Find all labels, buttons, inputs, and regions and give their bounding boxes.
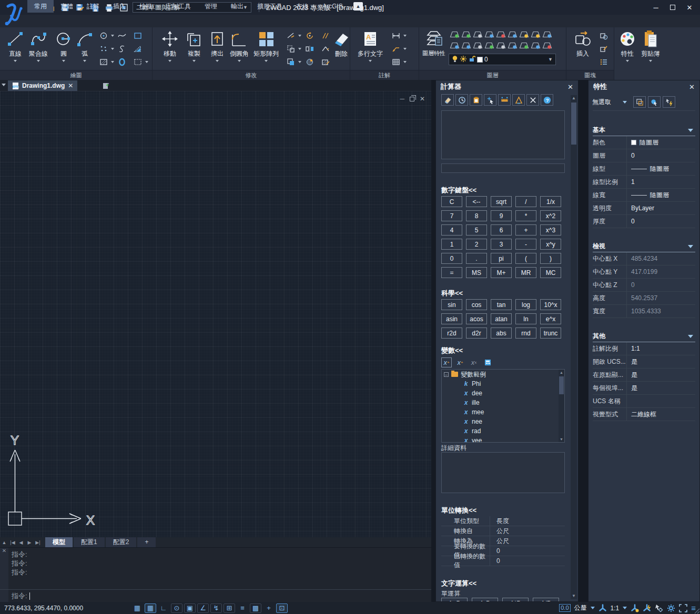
layout-tab-2[interactable]: 配置2 <box>106 537 137 547</box>
measure-angle-icon[interactable] <box>512 94 525 106</box>
grid-display-icon[interactable]: ▦ <box>131 603 143 613</box>
prop-value[interactable]: 隨圖層 <box>626 189 695 201</box>
calc-fn-rnd[interactable]: rnd <box>515 328 536 339</box>
prop-value[interactable]: 是 <box>626 382 695 394</box>
calc-fn-10-x[interactable]: 10^x <box>540 299 561 310</box>
dynamic-input-icon[interactable]: ⊞ <box>224 603 235 613</box>
ribbon-tab-key[interactable]: 管理 <box>198 0 224 13</box>
vp-restore-button[interactable] <box>410 97 414 101</box>
scroll-thumb[interactable] <box>559 376 564 394</box>
layout-tab-key[interactable]: 模型 <box>45 537 73 547</box>
ribbon-tab-key[interactable]: 在線 <box>289 0 316 13</box>
calc-key-key[interactable]: ( <box>515 253 536 264</box>
close-doc-icon[interactable]: ✕ <box>68 82 73 89</box>
move-button[interactable]: 移動 <box>158 29 182 62</box>
calc-input-field[interactable] <box>441 163 565 173</box>
chevron-down-icon[interactable] <box>111 48 114 50</box>
variable-item-ille[interactable]: xille <box>442 398 564 407</box>
calc-key-7[interactable]: 7 <box>441 210 462 221</box>
chevron-down-icon[interactable] <box>168 60 171 62</box>
trim-button[interactable] <box>284 30 301 42</box>
chevron-down-icon[interactable] <box>403 61 407 63</box>
unit-row-value[interactable]: 0 <box>490 556 565 566</box>
prop-value[interactable]: 隨圖層 <box>626 162 695 175</box>
polyline-button[interactable]: 聚合線 <box>26 29 50 62</box>
create-block-button[interactable] <box>597 30 611 42</box>
close-command-icon[interactable]: ✕ <box>2 548 6 554</box>
leader-button[interactable] <box>389 43 407 55</box>
calc-key-ms[interactable]: MS <box>466 267 487 278</box>
calc-fn-sin[interactable]: sin <box>441 299 462 310</box>
chevron-down-icon[interactable] <box>14 60 17 62</box>
layer-lock-icon[interactable] <box>495 29 506 40</box>
eraser-icon[interactable] <box>441 94 454 106</box>
chevron-down-icon[interactable] <box>83 60 86 62</box>
edit-block-button[interactable] <box>597 43 611 55</box>
calc-fn-tan[interactable]: tan <box>491 299 512 310</box>
ribbon-tab-arcgis[interactable]: ArcGIS <box>316 0 350 13</box>
calc-key-4[interactable]: 4 <box>441 224 462 236</box>
prop-value[interactable]: 二維線框 <box>626 408 695 421</box>
annotation-visibility-icon[interactable] <box>631 604 639 612</box>
variable-item-nee[interactable]: xnee <box>442 417 564 426</box>
layer-freeze-viewport-icon[interactable] <box>506 40 518 51</box>
help-icon[interactable]: ? <box>541 94 553 106</box>
ribbon-tab-key[interactable]: 常用 <box>27 0 54 13</box>
measure-distance-icon[interactable] <box>498 94 511 106</box>
object-snap-icon[interactable]: ▣ <box>184 603 196 613</box>
calc-fn-asin[interactable]: asin <box>441 313 462 324</box>
prop-value[interactable] <box>626 395 695 407</box>
calc-op-a-b[interactable]: A-B <box>472 598 498 601</box>
clear-icon[interactable] <box>526 94 539 106</box>
chevron-down-icon[interactable]: ▼ <box>548 57 553 62</box>
unit-row-value[interactable]: 公尺 <box>490 526 565 536</box>
calc-fn-cos[interactable]: cos <box>466 299 487 310</box>
variable-item-dee[interactable]: xdee <box>442 388 564 398</box>
calc-op-a-b[interactable]: A+B <box>441 598 468 601</box>
calc-key-key[interactable]: / <box>515 196 536 207</box>
prop-value[interactable]: 0 <box>626 149 695 162</box>
scroll-down-icon[interactable]: ▼ <box>559 436 564 442</box>
chevron-down-icon[interactable] <box>62 60 65 62</box>
copy-button[interactable]: 複製 <box>182 29 206 62</box>
sphere-button[interactable] <box>303 56 317 68</box>
chevron-down-icon[interactable] <box>145 61 148 63</box>
calc-fn-acos[interactable]: acos <box>466 313 487 324</box>
chevron-down-icon[interactable] <box>298 61 301 63</box>
chevron-down-icon[interactable] <box>216 60 219 62</box>
first-layout-icon[interactable]: |◀ <box>8 540 17 545</box>
chevron-down-icon[interactable] <box>192 60 196 62</box>
vp-close-button[interactable]: ✕ <box>420 95 425 103</box>
variables-tree[interactable]: – 變數範例 kPhixdeexillexmeexneexradxvee ▲ ▼ <box>441 369 565 443</box>
close-calculator-icon[interactable]: ✕ <box>567 83 573 91</box>
numpad-section-header[interactable]: 數字鍵盤<< <box>441 186 565 195</box>
layer-delete-icon[interactable] <box>541 40 553 51</box>
scroll-up-icon[interactable]: ▲ <box>571 95 577 101</box>
calc-key-pi[interactable]: pi <box>491 253 512 264</box>
command-prompt[interactable]: 指令: <box>0 589 431 602</box>
layer-copy-icon[interactable] <box>530 40 541 51</box>
ribbon-tab-key[interactable]: 擴展工具 <box>250 0 289 13</box>
calculator-scrollbar[interactable]: ▲ ▼ <box>571 95 577 599</box>
calc-key-1-x[interactable]: 1/x <box>540 196 561 207</box>
calculator-icon[interactable] <box>482 357 493 367</box>
unit-name-label[interactable]: 公釐 <box>574 603 587 612</box>
mtext-button[interactable]: A 多行文字 <box>356 29 385 62</box>
selection-dropdown[interactable]: 無選取 <box>592 98 611 107</box>
scroll-up-icon[interactable]: ▲ <box>559 370 564 375</box>
layer-restore-icon[interactable] <box>518 40 530 51</box>
ribbon-tab-key[interactable]: 插入 <box>106 0 133 13</box>
scientific-section-header[interactable]: 科學<< <box>441 289 565 298</box>
document-tab[interactable]: DWG Drawing1.dwg ✕ <box>8 80 77 91</box>
layer-isolate-icon[interactable] <box>541 29 553 40</box>
prop-value[interactable]: 485.4234 <box>626 252 695 265</box>
layer-combobox[interactable]: 0 ▼ <box>449 54 556 65</box>
chevron-down-icon[interactable] <box>688 129 693 132</box>
prop-value[interactable]: 是 <box>626 369 695 381</box>
chevron-down-icon[interactable] <box>238 60 241 62</box>
region-button[interactable] <box>131 43 145 55</box>
snap-icon[interactable]: ▦ <box>145 603 156 613</box>
close-button[interactable]: ✕ <box>681 0 698 15</box>
variable-item-vee[interactable]: xvee <box>442 436 564 443</box>
minimize-button[interactable]: ─ <box>647 0 664 15</box>
